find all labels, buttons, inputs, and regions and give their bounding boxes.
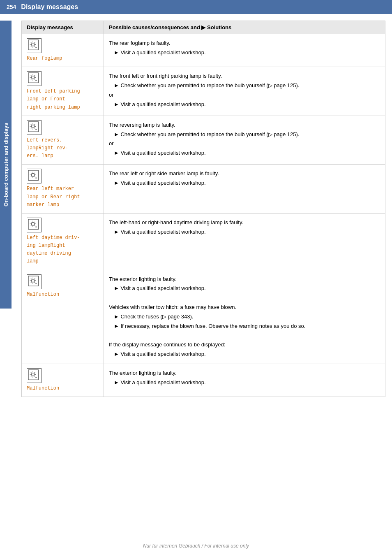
- bullet-item: ► Visit a qualified specialist workshop.: [109, 378, 380, 387]
- cause-text: Vehicles with trailer tow hitch: a fuse …: [109, 303, 380, 312]
- table-row: Rear left markerlamp or Rear rightmarker…: [22, 165, 385, 214]
- svg-point-67: [31, 373, 35, 376]
- cause-text: The rear foglamp is faulty.: [109, 39, 380, 48]
- svg-rect-0: [28, 40, 38, 50]
- causes-cell-row-revers-lamp: The reversing lamp is faulty.► Check whe…: [104, 116, 385, 165]
- svg-line-74: [35, 372, 35, 373]
- svg-line-6: [31, 42, 31, 43]
- svg-line-62: [35, 282, 35, 283]
- display-cell-row-malfunction1: Malfunction: [22, 270, 104, 364]
- svg-line-29: [35, 128, 35, 128]
- bullet-item: ► Visit a qualified specialist workshop.: [109, 49, 380, 57]
- svg-point-21: [35, 80, 37, 81]
- svg-line-64: [31, 282, 31, 283]
- svg-point-34: [31, 174, 35, 177]
- display-cell-row-revers-lamp: Left revers.lampRight rev-ers. lamp: [22, 116, 104, 165]
- svg-rect-22: [28, 122, 38, 132]
- svg-point-32: [35, 129, 37, 130]
- cause-text: The reversing lamp is faulty.: [109, 121, 380, 130]
- display-cell-row-rear-foglamp: Rear foglamp: [22, 34, 104, 67]
- display-text-row-revers-lamp: Left revers.lampRight rev-ers. lamp: [27, 137, 99, 160]
- svg-rect-11: [28, 73, 38, 83]
- svg-line-61: [31, 278, 31, 279]
- bullet-item: ► Check whether you are permitted to rep…: [109, 81, 380, 90]
- svg-line-73: [35, 376, 35, 376]
- svg-point-10: [35, 47, 37, 48]
- svg-line-17: [31, 75, 31, 76]
- main-content: Display messages Possible causes/consequ…: [15, 14, 392, 404]
- lamp-icon-row-revers-lamp: [27, 120, 42, 135]
- svg-point-54: [35, 226, 37, 227]
- causes-cell-row-rear-marker: The rear left or right side marker lamp …: [104, 165, 385, 214]
- causes-cell-row-daytime-driving: The left-hand or right-hand daytime driv…: [104, 213, 385, 270]
- table-row: MalfunctionThe exterior lighting is faul…: [22, 270, 385, 364]
- svg-line-31: [31, 128, 31, 128]
- page-title: Display messages: [21, 3, 78, 11]
- col-header-causes: Possible causes/consequences and ▶ Solut…: [104, 21, 385, 34]
- svg-line-30: [35, 124, 35, 125]
- display-text-row-malfunction2: Malfunction: [27, 385, 99, 392]
- display-text-row-malfunction1: Malfunction: [27, 291, 99, 299]
- svg-line-52: [35, 222, 35, 222]
- cause-text: The left-hand or right-hand daytime driv…: [109, 218, 380, 227]
- table-row: Front left parkinglamp or Frontright par…: [22, 67, 385, 116]
- lamp-icon-row-malfunction2: [27, 368, 42, 383]
- cause-text: or: [109, 139, 380, 148]
- svg-line-40: [35, 176, 35, 177]
- display-table: Display messages Possible causes/consequ…: [21, 21, 385, 397]
- bullet-item: ► Visit a qualified specialist workshop.: [109, 149, 380, 158]
- svg-line-8: [35, 42, 35, 43]
- cause-text: The front left or front right parking la…: [109, 72, 380, 81]
- lamp-icon-row-daytime-driving: [27, 218, 42, 232]
- cause-text: The exterior lighting is faulty.: [109, 369, 380, 378]
- page-footer: Nur für internen Gebrauch / For internal…: [0, 543, 392, 549]
- svg-line-53: [31, 225, 31, 226]
- svg-line-51: [35, 225, 35, 226]
- svg-line-9: [31, 46, 31, 46]
- cause-text: or: [109, 91, 380, 100]
- display-cell-row-malfunction2: Malfunction: [22, 364, 104, 397]
- bullet-item: ► If necessary, replace the blown fuse. …: [109, 322, 380, 331]
- svg-point-45: [31, 222, 35, 225]
- page-header: 254 Display messages: [0, 0, 392, 14]
- svg-point-76: [35, 377, 37, 378]
- svg-point-12: [31, 76, 35, 79]
- display-text-row-rear-foglamp: Rear foglamp: [27, 55, 99, 63]
- svg-rect-33: [28, 170, 38, 180]
- lamp-icon-row-malfunction1: [27, 274, 42, 289]
- bullet-item: ► Visit a qualified specialist workshop.: [109, 228, 380, 237]
- svg-line-18: [35, 79, 35, 79]
- display-cell-row-daytime-driving: Left daytime driv-ing lampRightdaytime d…: [22, 213, 104, 270]
- cause-text: If the display message continues to be d…: [109, 341, 380, 349]
- page-number: 254: [7, 4, 16, 10]
- svg-line-75: [31, 376, 31, 376]
- table-row: Rear foglampThe rear foglamp is faulty.►…: [22, 34, 385, 67]
- svg-line-63: [35, 278, 35, 279]
- cause-text: The exterior lighting is faulty.: [109, 275, 380, 284]
- table-row: Left revers.lampRight rev-ers. lampThe r…: [22, 116, 385, 165]
- lamp-icon-row-front-parking: [27, 71, 42, 86]
- bullet-item: ► Visit a qualified specialist workshop.: [109, 100, 380, 109]
- svg-point-43: [35, 178, 37, 179]
- bullet-item: ► Check the fuses (▷ page 343).: [109, 313, 380, 321]
- causes-cell-row-rear-foglamp: The rear foglamp is faulty.► Visit a qua…: [104, 34, 385, 67]
- svg-line-41: [35, 173, 35, 173]
- causes-cell-row-malfunction2: The exterior lighting is faulty.► Visit …: [104, 364, 385, 397]
- svg-rect-55: [28, 276, 38, 286]
- svg-rect-44: [28, 219, 38, 229]
- cause-text: The rear left or right side marker lamp …: [109, 169, 380, 178]
- svg-line-39: [31, 173, 31, 173]
- svg-line-19: [35, 75, 35, 76]
- bullet-item: ► Visit a qualified specialist workshop.: [109, 179, 380, 188]
- display-text-row-front-parking: Front left parkinglamp or Frontright par…: [27, 88, 99, 111]
- svg-line-72: [31, 372, 31, 373]
- bullet-item: ► Visit a qualified specialist workshop.: [109, 350, 380, 359]
- svg-line-42: [31, 176, 31, 177]
- lamp-icon-row-rear-marker: [27, 169, 42, 183]
- bullet-item: ► Check whether you are permitted to rep…: [109, 130, 380, 139]
- table-row: MalfunctionThe exterior lighting is faul…: [22, 364, 385, 397]
- sidebar-label: On-board computer and displays: [0, 21, 12, 309]
- display-cell-row-rear-marker: Rear left markerlamp or Rear rightmarker…: [22, 165, 104, 214]
- causes-cell-row-malfunction1: The exterior lighting is faulty.► Visit …: [104, 270, 385, 364]
- lamp-icon-row-rear-foglamp: [27, 38, 42, 53]
